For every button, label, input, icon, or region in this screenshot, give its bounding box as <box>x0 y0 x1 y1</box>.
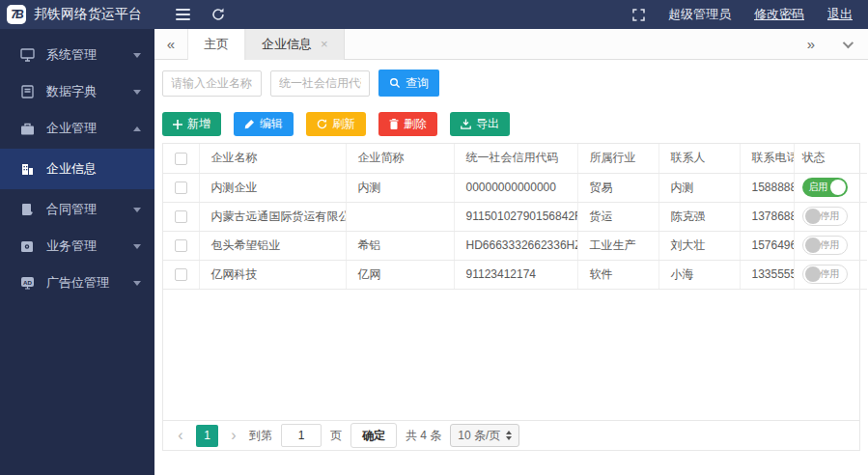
sidebar-item-label: 业务管理 <box>46 238 133 255</box>
cell-short-name: 亿网 <box>346 260 454 289</box>
cell-status: 停用 <box>794 260 867 289</box>
cell-credit-code: HD6663332662336HZ <box>454 231 577 260</box>
row-select-cell <box>163 202 199 231</box>
sidebar-item-enterprise-management[interactable]: 企业管理 <box>0 110 154 147</box>
edit-button-label: 编辑 <box>260 116 283 132</box>
table-container: 企业名称 企业简称 统一社会信用代码 所属行业 联系人 联系电话 状态 内测企业… <box>162 143 860 451</box>
sidebar-item-business-management[interactable]: 业务管理 <box>0 228 154 265</box>
sidebar-item-contract-management[interactable]: 合同管理 <box>0 191 154 228</box>
delete-button[interactable]: 删除 <box>378 112 437 136</box>
page-size-select[interactable]: 10 条/页 <box>450 424 519 447</box>
tab-home[interactable]: 主页 <box>187 29 245 60</box>
cell-short-name: 希铝 <box>346 231 454 260</box>
col-contact: 联系人 <box>658 144 740 173</box>
credit-code-input[interactable] <box>270 70 370 97</box>
tabs-scroll-left-icon[interactable]: « <box>154 36 187 52</box>
row-select-cell <box>163 260 199 289</box>
row-select-cell <box>163 231 199 260</box>
logout-link[interactable]: 退出 <box>827 6 853 23</box>
sidebar-item-label: 广告位管理 <box>46 274 133 292</box>
app-logo: 7B <box>7 5 26 24</box>
chevron-up-icon <box>133 126 141 131</box>
col-company-name: 企业名称 <box>199 144 346 173</box>
cell-industry: 货运 <box>577 202 658 231</box>
goto-page-prefix: 到第 <box>249 428 272 444</box>
cell-credit-code: 91123412174 <box>454 260 577 289</box>
row-checkbox[interactable] <box>175 182 187 194</box>
row-checkbox[interactable] <box>175 239 187 252</box>
cell-industry: 工业生产 <box>577 231 658 260</box>
col-credit-code: 统一社会信用代码 <box>454 144 577 173</box>
cell-phone: 13786889 <box>740 202 794 231</box>
cell-credit-code: 00000000000000 <box>454 173 577 202</box>
tab-enterprise-info[interactable]: 企业信息 × <box>245 29 345 60</box>
row-checkbox[interactable] <box>175 268 187 281</box>
tabs-menu-chevron-icon[interactable] <box>843 37 854 47</box>
next-page-icon[interactable]: › <box>227 428 240 443</box>
cell-phone: 15888888 <box>740 173 794 202</box>
cell-company-name: 包头希望铝业 <box>199 231 346 260</box>
edit-button[interactable]: 编辑 <box>234 112 294 136</box>
tab-close-icon[interactable]: × <box>321 37 328 51</box>
change-password-link[interactable]: 修改密码 <box>754 6 804 23</box>
chevron-down-icon <box>133 90 141 95</box>
refresh-page-icon[interactable] <box>211 8 225 21</box>
sidebar-item-ad-management[interactable]: AD 广告位管理 <box>0 265 154 301</box>
contract-icon <box>19 202 35 217</box>
fullscreen-icon[interactable] <box>632 9 645 21</box>
plus-icon <box>173 120 182 129</box>
add-button[interactable]: 新增 <box>162 112 221 136</box>
cell-contact: 刘大壮 <box>658 231 740 260</box>
sidebar-collapse-icon[interactable] <box>176 9 190 20</box>
cell-credit-code: 91150102790156842F <box>454 202 577 231</box>
table-row: 内蒙古远通国际货运有限公司91150102790156842F货运陈克强1378… <box>163 202 867 231</box>
monitor-icon <box>19 47 35 63</box>
current-page-button[interactable]: 1 <box>196 425 218 447</box>
ad-icon: AD <box>19 275 35 291</box>
status-toggle[interactable]: 启用 <box>802 178 848 197</box>
sidebar-item-label: 系统管理 <box>46 46 133 64</box>
sidebar-item-data-dictionary[interactable]: 数据字典 <box>0 73 154 110</box>
sidebar-item-label: 企业信息 <box>46 160 141 178</box>
export-button[interactable]: 导出 <box>450 112 510 136</box>
toolbar: 新增 编辑 刷新 删除 导出 <box>162 112 860 136</box>
goto-page-input[interactable] <box>281 424 322 447</box>
top-header: 7B 邦铁网络货运平台 超级管理员 修改密码 退出 <box>0 0 868 29</box>
cell-contact: 陈克强 <box>658 202 740 231</box>
tabs-scroll-right-icon[interactable]: » <box>795 36 827 52</box>
building-icon <box>19 161 35 177</box>
sidebar-item-enterprise-info[interactable]: 企业信息 <box>0 149 154 189</box>
enterprise-submenu: 企业信息 <box>0 149 154 189</box>
tab-bar: « 主页 企业信息 × » <box>154 29 868 60</box>
tab-label: 企业信息 <box>262 36 312 53</box>
status-toggle[interactable]: 停用 <box>802 236 848 255</box>
refresh-button[interactable]: 刷新 <box>306 112 366 136</box>
download-icon <box>461 119 471 129</box>
goto-confirm-button[interactable]: 确定 <box>350 423 397 448</box>
col-phone: 联系电话 <box>740 144 794 173</box>
select-all-checkbox[interactable] <box>175 153 187 165</box>
pagination-bar: ‹ 1 › 到第 页 确定 共 4 条 10 条/页 <box>163 420 859 450</box>
cell-status: 停用 <box>794 202 867 231</box>
app-window: 7B 邦铁网络货运平台 超级管理员 修改密码 退出 系统管理 <box>0 0 868 475</box>
row-select-cell <box>163 173 199 202</box>
status-toggle[interactable]: 停用 <box>802 207 848 226</box>
refresh-icon <box>317 119 327 129</box>
business-icon <box>19 238 35 254</box>
cell-industry: 贸易 <box>577 173 658 202</box>
company-name-input[interactable] <box>162 70 262 97</box>
row-checkbox[interactable] <box>175 210 187 223</box>
prev-page-icon[interactable]: ‹ <box>174 428 187 443</box>
page-content: 查询 新增 编辑 刷新 删除 <box>154 60 868 475</box>
query-button-label: 查询 <box>406 75 429 92</box>
trash-icon <box>389 119 399 129</box>
cell-company-name: 亿网科技 <box>199 260 346 289</box>
sidebar-item-system-management[interactable]: 系统管理 <box>0 37 154 73</box>
col-industry: 所属行业 <box>577 144 658 173</box>
logo-area: 7B 邦铁网络货运平台 <box>0 5 154 24</box>
sidebar: 系统管理 数据字典 企业管理 企业信息 <box>0 29 154 475</box>
status-toggle[interactable]: 停用 <box>802 265 848 284</box>
cell-company-name: 内蒙古远通国际货运有限公司 <box>199 202 346 231</box>
query-button[interactable]: 查询 <box>378 70 439 97</box>
cell-status: 停用 <box>794 231 867 260</box>
